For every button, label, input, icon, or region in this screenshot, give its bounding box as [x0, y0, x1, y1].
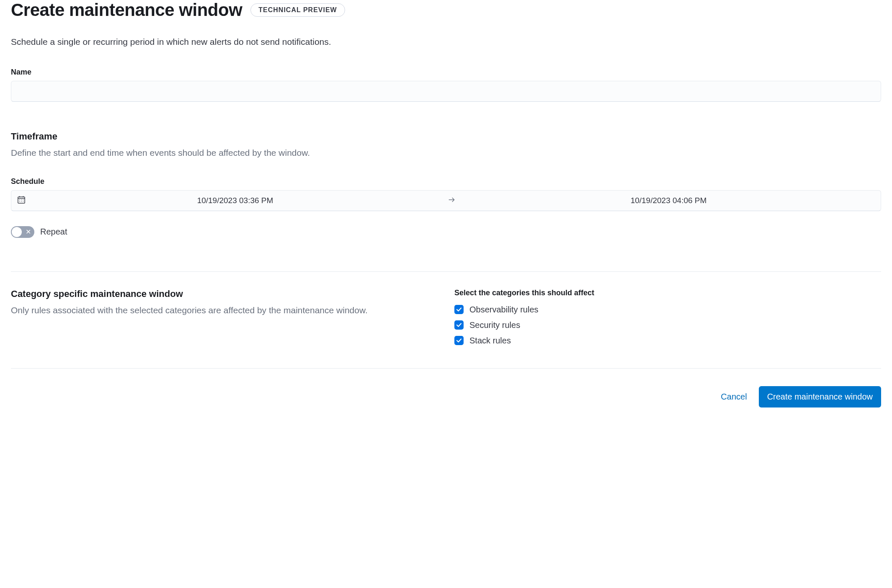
svg-point-5 — [21, 199, 22, 200]
name-field-group: Name — [11, 68, 881, 102]
name-input[interactable] — [11, 81, 881, 102]
calendar-icon — [17, 196, 26, 206]
svg-point-4 — [19, 199, 20, 200]
repeat-toggle[interactable]: ✕ — [11, 226, 34, 238]
checkbox-row-stack: Stack rules — [454, 336, 881, 346]
technical-preview-badge: TECHNICAL PREVIEW — [250, 3, 345, 17]
start-date-button[interactable]: 10/19/2023 03:36 PM — [29, 196, 441, 205]
svg-point-9 — [23, 201, 24, 202]
divider — [11, 271, 881, 272]
category-instruction: Select the categories this should affect — [454, 289, 881, 297]
checkbox-label: Security rules — [469, 320, 520, 330]
timeframe-description: Define the start and end time when event… — [11, 146, 881, 160]
date-range-picker[interactable]: 10/19/2023 03:36 PM 10/19/2023 04:06 PM — [11, 190, 881, 211]
checkbox-security[interactable] — [454, 320, 464, 330]
svg-point-8 — [21, 201, 22, 202]
svg-point-7 — [19, 201, 20, 202]
cancel-button[interactable]: Cancel — [721, 392, 747, 402]
category-title: Category specific maintenance window — [11, 289, 438, 299]
cross-icon: ✕ — [26, 229, 31, 235]
checkbox-label: Stack rules — [469, 336, 511, 346]
name-label: Name — [11, 68, 881, 77]
timeframe-title: Timeframe — [11, 131, 881, 142]
svg-point-6 — [23, 199, 24, 200]
page-title: Create maintenance window — [11, 0, 242, 20]
checkbox-observability[interactable] — [454, 305, 464, 314]
checkbox-row-observability: Observability rules — [454, 305, 881, 315]
page-description: Schedule a single or recurring period in… — [11, 37, 881, 47]
divider — [11, 368, 881, 369]
schedule-label: Schedule — [11, 177, 881, 186]
category-section: Category specific maintenance window Onl… — [11, 289, 881, 351]
toggle-thumb — [12, 227, 22, 237]
checkbox-label: Observability rules — [469, 305, 539, 315]
checkbox-stack[interactable] — [454, 336, 464, 345]
footer-actions: Cancel Create maintenance window — [11, 386, 881, 420]
repeat-toggle-label: Repeat — [40, 227, 67, 237]
arrow-right-icon — [448, 196, 456, 205]
category-description: Only rules associated with the selected … — [11, 304, 438, 317]
create-maintenance-window-button[interactable]: Create maintenance window — [759, 386, 881, 407]
timeframe-section: Timeframe Define the start and end time … — [11, 131, 881, 238]
checkbox-row-security: Security rules — [454, 320, 881, 330]
end-date-button[interactable]: 10/19/2023 04:06 PM — [462, 196, 875, 205]
